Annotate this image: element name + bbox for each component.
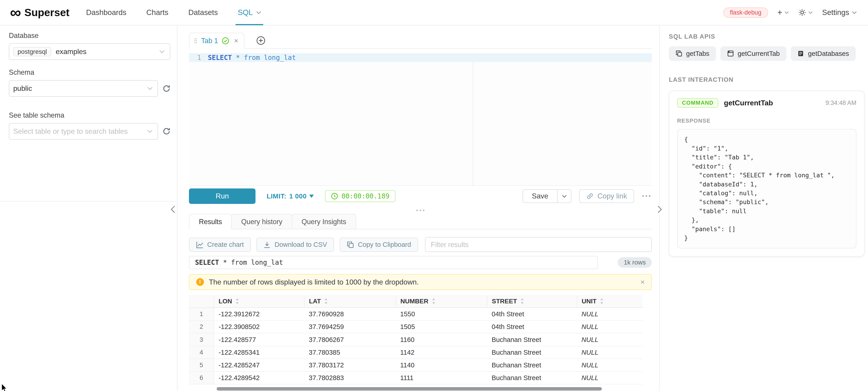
table-select[interactable]: Select table or type to search tables (9, 123, 158, 140)
superset-brand[interactable]: ∞ Superset (10, 5, 69, 20)
database-select[interactable]: postgresql examples (9, 43, 170, 60)
schema-label: Schema (9, 68, 170, 76)
chevron-down-icon (562, 195, 567, 198)
cell-number: 1160 (396, 333, 487, 346)
clock-icon (331, 193, 338, 200)
nav-item-dashboards[interactable]: Dashboards (76, 0, 136, 25)
caret-down-icon (309, 195, 314, 198)
column-header-street[interactable]: STREET (487, 295, 577, 308)
close-tab-icon[interactable]: × (234, 37, 239, 44)
cell-lon: -122.3912672 (214, 308, 304, 320)
collapse-right-panel-button[interactable] (656, 204, 663, 215)
warning-icon: ! (196, 278, 204, 286)
save-split-button: Save (523, 189, 571, 203)
chevron-down-icon (852, 11, 857, 14)
column-label: LAT (309, 298, 321, 305)
sort-icon (432, 298, 436, 304)
refresh-schemas-button[interactable] (163, 85, 170, 92)
cell-street: Buchanan Street (487, 359, 577, 371)
table-row[interactable]: 4 -122.4285341 37.780385 1142 Buchanan S… (189, 346, 642, 359)
collapse-left-panel-button[interactable] (169, 204, 177, 215)
api-panel-title: SQL LAB APIS (669, 33, 864, 40)
nav-item-charts[interactable]: Charts (136, 0, 178, 25)
chevron-down-icon (159, 50, 165, 53)
column-label: UNIT (582, 298, 596, 305)
theme-toggle-button[interactable] (798, 9, 813, 17)
filter-results-input[interactable] (425, 237, 652, 252)
table-row[interactable]: 5 -122.4285247 37.7803172 1140 Buchanan … (189, 359, 642, 371)
table-row[interactable]: 2 -122.3908502 37.7694259 1505 04th Stre… (189, 320, 642, 333)
brand-name: Superset (24, 6, 69, 19)
sql-code-editor[interactable]: 1 SELECT * from long_lat (189, 53, 652, 186)
table-schema-label: See table schema (9, 111, 170, 119)
get-current-tab-button[interactable]: getCurrentTab (720, 46, 786, 61)
new-item-button[interactable]: + (777, 8, 789, 17)
copy-icon (347, 241, 354, 249)
cell-lat: 37.7803172 (304, 359, 396, 371)
refresh-tables-button[interactable] (163, 127, 170, 135)
tab-results[interactable]: Results (189, 214, 232, 229)
row-index: 5 (189, 359, 214, 371)
check-circle-icon (222, 37, 229, 44)
create-chart-button[interactable]: Create chart (189, 237, 251, 252)
column-header-lon[interactable]: LON (214, 295, 304, 308)
cell-lat: 37.7802883 (304, 371, 396, 384)
close-alert-icon[interactable]: × (641, 278, 645, 286)
settings-menu[interactable]: Settings (822, 8, 857, 17)
link-icon (586, 193, 594, 200)
limit-value: 1 000 (289, 192, 307, 200)
sql-lab-app: ∞ Superset Dashboards Charts Datasets SQ… (0, 0, 868, 391)
table-row[interactable]: 1 -122.3912672 37.7690928 1550 04th Stre… (189, 308, 642, 320)
nav-item-sql[interactable]: SQL (228, 0, 271, 25)
get-databases-button[interactable]: getDatabases (791, 46, 856, 61)
save-button[interactable]: Save (523, 189, 558, 203)
cell-lat: 37.7806267 (304, 333, 396, 346)
drag-dots-icon[interactable] (194, 37, 197, 44)
navbar: ∞ Superset Dashboards Charts Datasets SQ… (0, 0, 868, 26)
copy-to-clipboard-button[interactable]: Copy to Clipboard (340, 237, 418, 252)
results-grid: LON LAT NUMBER STREET UNIT 1 -122.391267… (189, 295, 652, 391)
nav-item-datasets[interactable]: Datasets (178, 0, 228, 25)
row-index: 1 (189, 308, 214, 320)
tab-query-insights[interactable]: Query Insights (291, 214, 356, 229)
database-label: Database (9, 32, 170, 39)
sql-text: * from long_lat (219, 259, 283, 266)
row-index-header (189, 295, 214, 308)
editor-tab-title: Tab 1 (201, 37, 218, 45)
scrollbar-thumb[interactable] (217, 387, 602, 391)
button-label: Create chart (207, 241, 244, 249)
row-count-badge: 1k rows (618, 257, 652, 268)
cell-unit: NULL (577, 333, 643, 346)
results-pane: Results Query history Query Insights Cre… (189, 214, 652, 391)
cell-number: 1142 (396, 346, 487, 359)
chevron-down-icon (147, 87, 153, 90)
download-csv-button[interactable]: Download to CSV (256, 237, 334, 252)
get-tabs-button[interactable]: getTabs (669, 46, 716, 61)
chevron-right-icon (657, 205, 662, 213)
add-tab-button[interactable] (256, 36, 265, 45)
save-options-button[interactable] (558, 189, 571, 203)
table-row[interactable]: 6 -122.4289542 37.7802883 1111 Buchanan … (189, 371, 642, 384)
column-header-unit[interactable]: UNIT (577, 295, 643, 308)
pane-splitter-handle[interactable] (189, 207, 652, 214)
sort-icon (600, 298, 603, 304)
tab-query-history[interactable]: Query history (231, 214, 292, 229)
editor-tab[interactable]: Tab 1 × (189, 33, 244, 48)
column-header-number[interactable]: NUMBER (396, 295, 487, 308)
chevron-down-icon (808, 11, 813, 14)
more-options-button[interactable]: ··· (642, 191, 652, 201)
sqllab-left-sidebar: Database postgresql examples Schema publ… (0, 26, 177, 391)
button-label: getTabs (686, 50, 710, 58)
table-row[interactable]: 3 -122.428577 37.7806267 1160 Buchanan S… (189, 333, 642, 346)
copy-link-button[interactable]: Copy link (579, 189, 634, 203)
limit-dropdown[interactable]: LIMIT: 1 000 (267, 192, 314, 200)
run-query-button[interactable]: Run (189, 189, 255, 204)
database-field: Database postgresql examples (9, 32, 170, 60)
active-code-line: 1 SELECT * from long_lat (189, 53, 652, 62)
sql-text: * from long_lat (232, 54, 296, 62)
schema-value: public (13, 84, 32, 93)
schema-select[interactable]: public (9, 80, 158, 97)
column-header-lat[interactable]: LAT (304, 295, 396, 308)
row-index: 3 (189, 333, 214, 346)
cell-lon: -122.4285247 (214, 359, 304, 371)
